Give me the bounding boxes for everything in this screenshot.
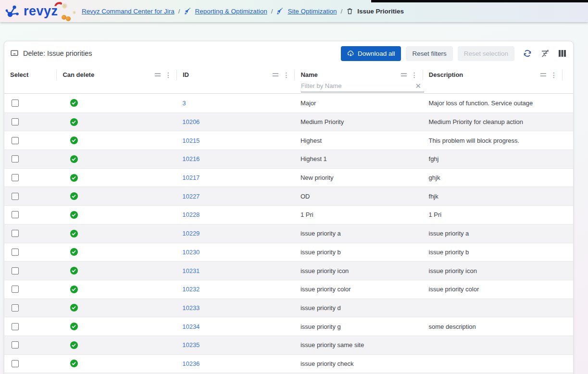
firework-decoration-icon: ✺ <box>62 2 68 11</box>
table-row: 10229 issue priority a issue priority a <box>4 224 573 243</box>
column-menu-icon[interactable]: ⋮ <box>550 73 557 77</box>
row-checkbox[interactable] <box>12 230 19 237</box>
row-description: Medium Priority for cleanup action <box>423 118 563 125</box>
table-row: 10235 issue priority same site <box>4 336 573 354</box>
row-checkbox[interactable] <box>12 249 19 256</box>
breadcrumb: Revyz Command Center for Jira / Reportin… <box>82 7 404 15</box>
column-header-id[interactable]: ID ⋮ <box>176 70 295 80</box>
column-label: ID <box>183 71 189 78</box>
row-description: fhjk <box>423 193 563 200</box>
row-id-link[interactable]: 10231 <box>182 267 200 274</box>
cloud-download-icon <box>347 50 354 57</box>
row-name: OD <box>295 193 423 200</box>
can-delete-check-icon <box>70 360 78 367</box>
trash-icon <box>346 7 353 15</box>
columns-icon[interactable] <box>558 50 566 57</box>
row-checkbox[interactable] <box>12 304 19 312</box>
top-bar: revyz ✺ ✷ Revyz Command Center for Jira … <box>0 0 588 22</box>
can-delete-check-icon <box>70 211 78 219</box>
row-id-link[interactable]: 10235 <box>182 341 200 349</box>
breadcrumb-separator: / <box>271 8 273 15</box>
top-edge-strip <box>371 0 588 2</box>
row-description: some description <box>423 323 563 330</box>
row-id-link[interactable]: 10236 <box>182 360 200 367</box>
column-header-select: Select <box>4 70 56 80</box>
can-delete-check-icon <box>70 99 78 107</box>
breadcrumb-link-command-center[interactable]: Revyz Command Center for Jira <box>82 8 175 15</box>
row-checkbox[interactable] <box>12 155 19 162</box>
column-resize-icon[interactable] <box>540 73 546 76</box>
row-id-link[interactable]: 10228 <box>182 211 200 218</box>
row-name: issue priority g <box>295 323 423 330</box>
table-row: 10234 issue priority g some description <box>4 317 573 336</box>
row-name: issue priority color <box>295 286 423 293</box>
row-id-link[interactable]: 10229 <box>182 230 200 237</box>
can-delete-check-icon <box>70 323 78 330</box>
column-label: Name <box>300 71 317 78</box>
row-id-link[interactable]: 10234 <box>182 323 200 330</box>
breadcrumb-link-site-optimization[interactable]: Site Optimization <box>288 8 337 15</box>
column-resize-icon[interactable] <box>401 73 407 76</box>
rocket-icon <box>184 8 191 15</box>
column-label: Can delete <box>63 71 94 78</box>
column-resize-icon[interactable] <box>155 73 161 76</box>
table-row: 3 Major Major loss of function. Service … <box>4 94 573 112</box>
row-checkbox[interactable] <box>12 360 19 367</box>
table-row: 10216 Highest 1 fghj <box>4 150 573 168</box>
refresh-icon[interactable] <box>523 49 532 58</box>
row-id-link[interactable]: 10232 <box>182 286 200 293</box>
row-name: issue priority b <box>295 249 423 256</box>
table-row: 10236 issue priority check <box>4 354 573 373</box>
row-checkbox[interactable] <box>12 118 19 125</box>
issue-priorities-panel: Delete: Issue priorities Download all Re… <box>4 41 574 374</box>
row-checkbox[interactable] <box>12 174 19 181</box>
app-logo[interactable]: revyz ✺ ✷ <box>5 0 78 22</box>
column-header-name[interactable]: Name ⋮ <box>294 70 422 80</box>
table-header: Select Can delete ⋮ ID ⋮ Name <box>4 65 573 94</box>
row-id-link[interactable]: 10217 <box>182 174 200 181</box>
can-delete-check-icon <box>70 137 78 144</box>
row-description: issue priority b <box>423 249 563 256</box>
row-id-link[interactable]: 10216 <box>182 155 200 162</box>
reset-selection-button[interactable]: Reset selection <box>458 46 514 61</box>
row-id-link[interactable]: 10227 <box>182 193 200 200</box>
download-all-button[interactable]: Download all <box>341 46 401 61</box>
column-menu-icon[interactable]: ⋮ <box>411 73 418 77</box>
tangerine-decoration-icon <box>66 16 71 21</box>
row-checkbox[interactable] <box>12 341 19 349</box>
table-row: 10227 OD fhjk <box>4 187 573 205</box>
table-row: 10231 issue priority icon issue priority… <box>4 261 573 280</box>
row-checkbox[interactable] <box>12 267 19 274</box>
column-header-description[interactable]: Description ⋮ <box>423 70 562 80</box>
row-description: 1 Pri <box>423 211 563 218</box>
name-filter: ✕ <box>301 80 424 92</box>
row-id-link[interactable]: 10230 <box>182 249 200 256</box>
column-header-can-delete[interactable]: Can delete ⋮ <box>56 70 176 80</box>
row-name: issue priority a <box>295 230 423 237</box>
row-checkbox[interactable] <box>12 211 19 218</box>
filter-off-icon[interactable] <box>540 49 550 58</box>
row-id-link[interactable]: 10206 <box>182 118 200 125</box>
row-id-link[interactable]: 10215 <box>182 137 200 144</box>
column-resize-icon[interactable] <box>273 73 278 76</box>
row-checkbox[interactable] <box>12 323 19 330</box>
panel-title: Delete: Issue priorities <box>23 50 92 57</box>
panel-toolbar: Delete: Issue priorities Download all Re… <box>4 41 573 65</box>
row-checkbox[interactable] <box>12 286 19 293</box>
breadcrumb-link-reporting-optimization[interactable]: Reporting & Optimization <box>195 8 267 15</box>
reset-filters-button[interactable]: Reset filters <box>406 46 452 61</box>
row-description: Major loss of function. Service outage <box>423 100 563 107</box>
row-checkbox[interactable] <box>12 100 19 107</box>
row-checkbox[interactable] <box>12 193 19 200</box>
row-id-link[interactable]: 3 <box>182 100 186 107</box>
row-description: fghj <box>423 155 563 162</box>
row-id-link[interactable]: 10233 <box>182 304 200 312</box>
row-description: issue priority a <box>423 230 563 237</box>
name-filter-input[interactable] <box>301 82 412 89</box>
row-description: This problem will block progress. <box>423 137 563 144</box>
column-menu-icon[interactable]: ⋮ <box>165 73 172 77</box>
can-delete-check-icon <box>70 267 78 274</box>
row-checkbox[interactable] <box>12 137 19 144</box>
clear-filter-icon[interactable]: ✕ <box>412 82 424 90</box>
column-menu-icon[interactable]: ⋮ <box>283 73 289 77</box>
